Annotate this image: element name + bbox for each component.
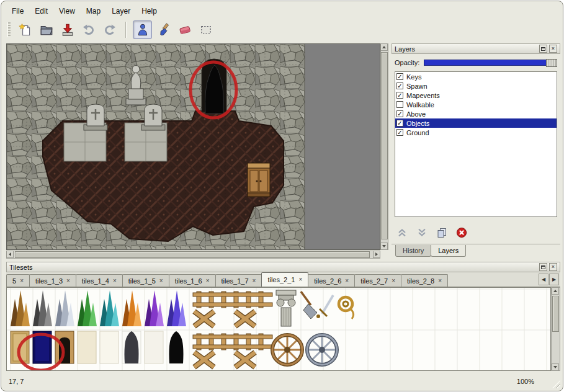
layer-name: Mapevents xyxy=(406,92,440,99)
double-chevron-down-icon xyxy=(416,227,427,238)
layers-panel-title: Layers xyxy=(395,45,537,53)
panel-float-button[interactable] xyxy=(539,45,547,53)
undo-button[interactable] xyxy=(79,20,98,39)
tileset-tab[interactable]: tiles_1_5 × xyxy=(122,274,169,287)
tileset-tab[interactable]: 5 × xyxy=(6,274,30,287)
menu-layer[interactable]: Layer xyxy=(106,5,136,17)
scroll-right-button[interactable] xyxy=(373,251,380,258)
eraser-icon xyxy=(178,23,192,37)
scroll-up-button[interactable] xyxy=(380,43,388,51)
tab-close-icon[interactable]: × xyxy=(206,278,210,284)
tab-close-icon[interactable]: × xyxy=(253,278,256,284)
tileset-render xyxy=(7,288,550,371)
eraser-tool-button[interactable] xyxy=(175,20,194,39)
brush-tool-button[interactable] xyxy=(154,20,173,39)
restore-icon xyxy=(541,265,545,269)
tileset-tab[interactable]: tiles_2_7 × xyxy=(354,274,401,287)
tab-close-icon[interactable]: × xyxy=(159,278,163,284)
layer-checkbox[interactable]: ✓ xyxy=(396,73,403,80)
map-horizontal-scrollbar[interactable] xyxy=(6,251,380,259)
layer-row[interactable]: ✓ Mapevents xyxy=(395,91,557,100)
scroll-up-button[interactable] xyxy=(552,287,559,295)
opacity-slider-handle[interactable] xyxy=(546,59,557,67)
toolbar-separator xyxy=(125,22,127,38)
layer-name: Ground xyxy=(406,129,429,136)
layer-checkbox[interactable]: ✓ xyxy=(396,110,403,117)
scroll-down-button[interactable] xyxy=(380,243,388,250)
layer-row[interactable]: Walkable xyxy=(395,100,557,109)
layer-name: Above xyxy=(406,110,426,118)
tab-close-icon[interactable]: × xyxy=(392,278,395,284)
layer-lower-button[interactable] xyxy=(414,226,429,239)
opacity-row: Opacity: xyxy=(395,58,557,67)
scroll-thumb[interactable] xyxy=(552,296,559,332)
menu-edit[interactable]: Edit xyxy=(29,5,53,17)
tab-close-icon[interactable]: × xyxy=(438,278,442,284)
tab-scroll-right-button[interactable]: ▶ xyxy=(549,274,559,285)
layer-checkbox[interactable]: ✓ xyxy=(396,92,403,99)
tab-layers[interactable]: Layers xyxy=(431,245,466,257)
rect-select-tool-button[interactable] xyxy=(196,20,215,39)
panel-close-button[interactable]: × xyxy=(549,263,557,271)
menu-file[interactable]: File xyxy=(6,5,29,17)
tileset-tab[interactable]: tiles_1_6 × xyxy=(169,274,216,287)
opacity-label: Opacity: xyxy=(395,59,419,66)
redo-button[interactable] xyxy=(100,20,119,39)
tileset-vertical-scrollbar[interactable] xyxy=(551,287,560,371)
tab-close-icon[interactable]: × xyxy=(66,278,70,284)
layer-row[interactable]: ✓ Keys xyxy=(395,72,557,81)
tileset-tab-label: tiles_2_7 xyxy=(360,277,388,285)
double-chevron-up-icon xyxy=(396,227,408,238)
save-button[interactable] xyxy=(58,20,77,39)
map-canvas[interactable] xyxy=(6,43,380,250)
scroll-left-button[interactable] xyxy=(6,251,14,258)
tab-close-icon[interactable]: × xyxy=(113,278,117,284)
layer-duplicate-button[interactable] xyxy=(434,226,449,239)
layer-row-selected[interactable]: ✓ Objects xyxy=(395,118,557,128)
layer-row[interactable]: ✓ Above xyxy=(395,109,557,118)
open-folder-icon xyxy=(40,23,53,37)
tileset-tab[interactable]: tiles_1_3 × xyxy=(29,274,76,287)
tileset-tab-active[interactable]: tiles_2_1 × xyxy=(261,272,308,287)
tileset-content[interactable] xyxy=(6,287,551,371)
scroll-down-button[interactable] xyxy=(552,363,559,371)
tileset-tab[interactable]: tiles_2_8 × xyxy=(401,274,448,287)
layer-checkbox[interactable]: ✓ xyxy=(396,120,403,127)
menu-map[interactable]: Map xyxy=(81,5,106,17)
tileset-tab[interactable]: tiles_1_7 × xyxy=(215,274,262,287)
open-button[interactable] xyxy=(37,20,56,39)
monument-right xyxy=(141,104,165,130)
layer-checkbox[interactable] xyxy=(396,101,403,108)
toolbar-grip[interactable] xyxy=(7,22,11,37)
opacity-slider[interactable] xyxy=(424,60,557,66)
tileset-tab[interactable]: tiles_2_6 × xyxy=(308,274,355,287)
tab-close-icon[interactable]: × xyxy=(345,278,349,284)
tileset-tab-bar: 5 × tiles_1_3 × tiles_1_4 × tiles_1_5 × … xyxy=(6,272,560,287)
scroll-thumb[interactable] xyxy=(15,251,370,258)
menu-help[interactable]: Help xyxy=(136,5,163,17)
place-object-tool-button[interactable] xyxy=(133,20,152,39)
layer-checkbox[interactable]: ✓ xyxy=(396,82,403,89)
panel-float-button[interactable] xyxy=(539,263,547,271)
triangle-down-icon xyxy=(382,245,386,247)
layer-row[interactable]: ✓ Ground xyxy=(395,128,557,137)
tab-close-icon[interactable]: × xyxy=(298,277,302,283)
triangle-up-icon xyxy=(553,290,557,292)
scroll-thumb[interactable] xyxy=(381,52,388,239)
zoom-level: 100% xyxy=(517,378,534,385)
panel-close-button[interactable]: × xyxy=(549,45,557,53)
new-map-button[interactable] xyxy=(16,20,35,39)
tab-scroll-left-button[interactable]: ◀ xyxy=(539,274,548,285)
layer-row[interactable]: ✓ Spawn xyxy=(395,81,557,91)
layer-raise-button[interactable] xyxy=(395,226,410,239)
tab-close-icon[interactable]: × xyxy=(20,278,24,284)
resize-grip[interactable] xyxy=(552,380,560,388)
layer-delete-button[interactable] xyxy=(454,226,469,239)
triangle-up-icon xyxy=(382,46,386,48)
tileset-tab[interactable]: tiles_1_4 × xyxy=(76,274,123,287)
map-vertical-scrollbar[interactable] xyxy=(380,43,388,250)
layer-checkbox[interactable]: ✓ xyxy=(396,129,403,136)
menu-view[interactable]: View xyxy=(53,5,81,17)
panel-edge xyxy=(392,244,560,244)
tab-history[interactable]: History xyxy=(395,245,431,257)
